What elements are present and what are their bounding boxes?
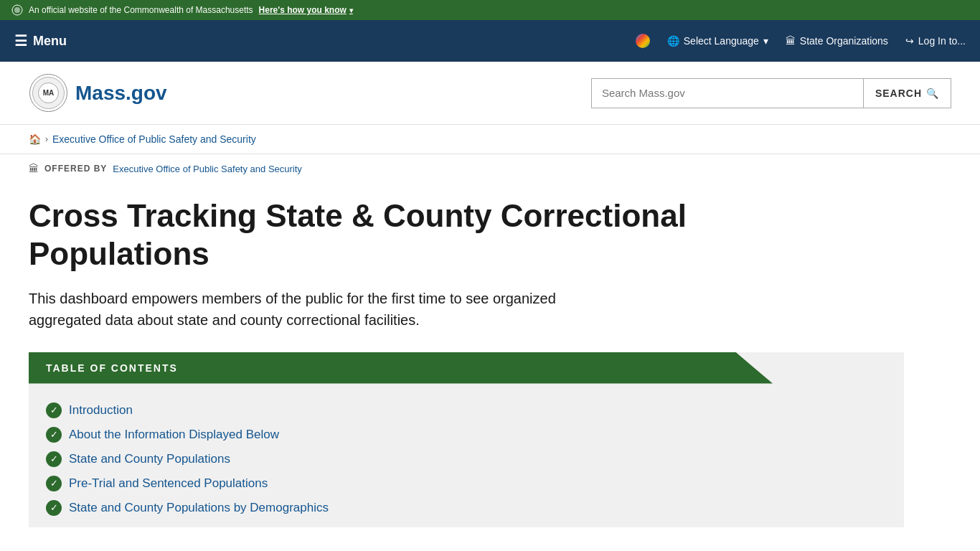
ma-seal-icon <box>11 4 23 16</box>
toc-item-5: ✓ State and County Populations by Demogr… <box>46 496 887 520</box>
site-seal: MA <box>29 73 68 113</box>
toc-item-3: ✓ State and County Populations <box>46 447 887 471</box>
login-icon: ↪ <box>905 35 914 47</box>
toc-check-icon-5: ✓ <box>46 500 62 516</box>
main-content: Cross Tracking State & County Correction… <box>0 183 933 527</box>
search-input[interactable] <box>591 78 864 108</box>
toc-link-3[interactable]: State and County Populations <box>69 452 230 466</box>
toc-container: TABLE OF CONTENTS ✓ Introduction ✓ About… <box>29 352 904 527</box>
breadcrumb-home-link[interactable]: 🏠 <box>29 133 41 145</box>
google-icon <box>636 34 650 48</box>
how-you-know-link[interactable]: Here's how you know ▾ <box>259 5 353 15</box>
toc-item-1: ✓ Introduction <box>46 398 887 423</box>
svg-point-1 <box>14 7 20 13</box>
hamburger-icon: ☰ <box>14 32 27 50</box>
toc-check-icon-2: ✓ <box>46 427 62 443</box>
chevron-down-icon: ▾ <box>349 6 353 14</box>
search-icon: 🔍 <box>926 88 939 99</box>
site-name: Mass.gov <box>75 82 167 105</box>
offered-by-label: OFFERED BY <box>44 164 107 174</box>
svg-text:MA: MA <box>43 89 55 97</box>
breadcrumb: 🏠 › Executive Office of Public Safety an… <box>0 125 980 154</box>
menu-label: Menu <box>33 34 67 49</box>
offered-by-org-link[interactable]: Executive Office of Public Safety and Se… <box>113 164 302 174</box>
search-button[interactable]: SEARCH 🔍 <box>864 78 951 108</box>
toc-item-2: ✓ About the Information Displayed Below <box>46 423 887 447</box>
site-logo-link[interactable]: MA Mass.gov <box>29 73 167 113</box>
state-organizations-button[interactable]: 🏛 State Organizations <box>786 35 888 47</box>
toc-check-icon-1: ✓ <box>46 402 62 418</box>
offered-by-bar: 🏛 OFFERED BY Executive Office of Public … <box>0 154 980 183</box>
toc-check-icon-3: ✓ <box>46 451 62 467</box>
google-translate-button[interactable] <box>636 34 650 48</box>
state-organizations-label: State Organizations <box>800 35 888 47</box>
main-nav: ☰ Menu 🌐 Select Language ▾ 🏛 State Organ… <box>0 20 980 62</box>
building-nav-icon: 🏛 <box>786 35 796 47</box>
select-language-label: Select Language <box>684 35 759 47</box>
breadcrumb-separator: › <box>45 134 48 144</box>
building-icon: 🏛 <box>29 163 39 174</box>
toc-link-5[interactable]: State and County Populations by Demograp… <box>69 501 329 515</box>
globe-icon: 🌐 <box>667 35 679 47</box>
search-button-label: SEARCH <box>875 88 922 99</box>
toc-check-icon-4: ✓ <box>46 476 62 491</box>
toc-item-4: ✓ Pre-Trial and Sentenced Populations <box>46 471 887 496</box>
page-description: This dashboard empowers members of the p… <box>29 288 617 331</box>
toc-link-2[interactable]: About the Information Displayed Below <box>69 428 279 442</box>
breadcrumb-item-eopss[interactable]: Executive Office of Public Safety and Se… <box>52 133 256 145</box>
toc-header: TABLE OF CONTENTS <box>29 352 773 384</box>
log-in-button[interactable]: ↪ Log In to... <box>905 35 966 47</box>
logo-bar: MA Mass.gov SEARCH 🔍 <box>0 62 980 125</box>
toc-link-4[interactable]: Pre-Trial and Sentenced Populations <box>69 476 268 491</box>
top-banner: An official website of the Commonwealth … <box>0 0 980 20</box>
log-in-label: Log In to... <box>918 35 966 47</box>
home-icon: 🏠 <box>29 133 41 145</box>
search-area: SEARCH 🔍 <box>591 78 951 108</box>
nav-right: 🌐 Select Language ▾ 🏛 State Organization… <box>636 34 966 48</box>
toc-link-1[interactable]: Introduction <box>69 403 133 418</box>
toc-list: ✓ Introduction ✓ About the Information D… <box>29 384 904 527</box>
select-language-button[interactable]: 🌐 Select Language ▾ <box>667 35 768 47</box>
page-title: Cross Tracking State & County Correction… <box>29 197 732 273</box>
language-chevron-icon: ▾ <box>763 35 768 47</box>
official-text: An official website of the Commonwealth … <box>29 5 253 15</box>
menu-toggle[interactable]: ☰ Menu <box>14 32 67 50</box>
